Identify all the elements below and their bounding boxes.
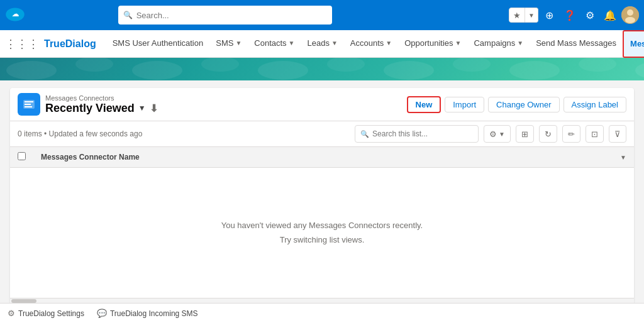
add-button[interactable]: ⊕ xyxy=(541,6,558,24)
list-columns-button[interactable]: ⊞ xyxy=(516,125,534,143)
gear-icon: ⚙ xyxy=(8,309,15,318)
list-status: 0 items • Updated a few seconds ago xyxy=(18,129,350,138)
search-input[interactable] xyxy=(136,11,327,20)
empty-state: You haven't viewed any Messages Connecto… xyxy=(10,168,634,298)
favorites-button[interactable]: ★ xyxy=(509,8,525,23)
app-navigation: ⋮⋮⋮ TrueDialog SMS User Authentication S… xyxy=(0,30,644,58)
nav-label: Accounts xyxy=(350,38,384,48)
nav-label: Contacts xyxy=(254,38,286,48)
page-banner xyxy=(0,58,644,80)
empty-state-line1: You haven't viewed any Messages Connecto… xyxy=(23,218,621,233)
search-icon: 🔍 xyxy=(123,11,133,19)
nav-label: SMS User Authentication xyxy=(113,38,204,48)
list-view-title: Recently Viewed ▼ ⬇ xyxy=(45,102,402,115)
col-label: Messages Connector Name xyxy=(41,153,140,162)
nav-item-sms-user-auth[interactable]: SMS User Authentication xyxy=(106,30,210,58)
footer-item-incoming-sms[interactable]: 💬 TrueDialog Incoming SMS xyxy=(97,309,198,318)
avatar[interactable] xyxy=(621,6,639,24)
nav-label: Send Mass Messages xyxy=(536,38,616,48)
list-view-title-area: Messages Connectors Recently Viewed ▼ ⬇ xyxy=(45,94,402,115)
nav-label: Opportunities xyxy=(404,38,453,48)
list-settings-button[interactable]: ⚙ ▼ xyxy=(484,125,511,143)
nav-item-opportunities[interactable]: Opportunities ▼ xyxy=(398,30,467,58)
nav-item-contacts[interactable]: Contacts ▼ xyxy=(248,30,301,58)
list-edit-button[interactable]: ✏ xyxy=(562,125,580,143)
change-owner-button[interactable]: Change Owner xyxy=(488,97,559,112)
favorites-dropdown[interactable]: ▼ xyxy=(525,8,538,23)
empty-state-line2: Try switching list views. xyxy=(23,233,621,247)
chevron-down-icon: ▼ xyxy=(289,40,295,47)
nav-label: Campaigns xyxy=(474,38,515,48)
chevron-down-icon: ▼ xyxy=(235,40,242,47)
salesforce-logo[interactable]: ☁ xyxy=(5,4,28,26)
footer-incoming-sms-label: TrueDialog Incoming SMS xyxy=(110,309,198,318)
chevron-down-icon: ▼ xyxy=(331,40,338,47)
nav-item-accounts[interactable]: Accounts ▼ xyxy=(344,30,398,58)
nav-item-send-mass-messages[interactable]: Send Mass Messages xyxy=(530,30,623,58)
object-icon xyxy=(18,93,40,116)
svg-rect-8 xyxy=(25,106,32,107)
message-icon: 💬 xyxy=(97,309,107,318)
list-search-icon: 🔍 xyxy=(360,130,369,138)
chevron-down-icon: ▼ xyxy=(386,40,392,47)
page-title: Recently Viewed xyxy=(45,102,135,115)
svg-text:☁: ☁ xyxy=(12,10,19,18)
notification-button[interactable]: 🔔 xyxy=(601,6,619,24)
table-col-name: Messages Connector Name ▼ xyxy=(33,147,634,168)
svg-rect-6 xyxy=(25,101,33,102)
list-filter-button[interactable]: ⊽ xyxy=(609,125,626,143)
nav-item-messages-connectors[interactable]: Messages Connectors ▼ xyxy=(623,30,644,58)
pin-icon[interactable]: ⬇ xyxy=(150,102,158,114)
import-button[interactable]: Import xyxy=(445,97,484,112)
help-button[interactable]: ❓ xyxy=(561,6,579,24)
list-table: Messages Connector Name ▼ You haven't vi… xyxy=(10,147,634,298)
chevron-down-icon: ▼ xyxy=(455,40,462,47)
content-area: Messages Connectors Recently Viewed ▼ ⬇ … xyxy=(0,80,644,303)
new-button[interactable]: New xyxy=(407,96,441,113)
nav-item-leads[interactable]: Leads ▼ xyxy=(301,30,344,58)
list-search-input[interactable] xyxy=(372,129,473,138)
top-navigation: ☁ 🔍 ★ ▼ ⊕ ❓ ⚙ 🔔 xyxy=(0,0,644,30)
table-header-row: Messages Connector Name ▼ xyxy=(10,147,634,168)
title-dropdown-icon[interactable]: ▼ xyxy=(138,104,146,112)
nav-icon-group: ★ ▼ ⊕ ❓ ⚙ 🔔 xyxy=(509,6,639,24)
table-body: You haven't viewed any Messages Connecto… xyxy=(10,168,634,298)
app-launcher-icon[interactable]: ⋮⋮⋮ xyxy=(5,37,39,51)
global-search-box[interactable]: 🔍 xyxy=(118,6,332,25)
assign-label-button[interactable]: Assign Label xyxy=(564,97,626,112)
footer-item-settings[interactable]: ⚙ TrueDialog Settings xyxy=(8,309,84,318)
horizontal-scrollbar[interactable] xyxy=(10,298,634,303)
app-name-label: TrueDialog xyxy=(44,38,96,50)
footer-settings-label: TrueDialog Settings xyxy=(18,309,84,318)
table-row-empty: You haven't viewed any Messages Connecto… xyxy=(10,168,634,298)
list-view-actions: New Import Change Owner Assign Label xyxy=(407,96,626,113)
nav-item-sms[interactable]: SMS ▼ xyxy=(209,30,248,58)
svg-point-4 xyxy=(625,17,635,23)
table-scroll-area: Messages Connector Name ▼ You haven't vi… xyxy=(10,147,634,298)
nav-item-campaigns[interactable]: Campaigns ▼ xyxy=(467,30,530,58)
footer: ⚙ TrueDialog Settings 💬 TrueDialog Incom… xyxy=(0,303,644,323)
list-refresh-button[interactable]: ↻ xyxy=(539,125,557,143)
nav-label: Messages Connectors xyxy=(630,39,644,48)
list-view-header: Messages Connectors Recently Viewed ▼ ⬇ … xyxy=(10,88,634,121)
svg-point-3 xyxy=(627,9,633,16)
list-view-card: Messages Connectors Recently Viewed ▼ ⬇ … xyxy=(10,88,634,303)
col-sort-icon[interactable]: ▼ xyxy=(620,154,626,161)
list-search-box[interactable]: 🔍 xyxy=(355,125,479,143)
setup-button[interactable]: ⚙ xyxy=(581,6,599,24)
chevron-down-icon: ▼ xyxy=(517,40,523,47)
list-controls: 0 items • Updated a few seconds ago 🔍 ⚙ … xyxy=(10,121,634,147)
nav-label: SMS xyxy=(216,38,233,48)
list-charts-button[interactable]: ⊡ xyxy=(586,125,604,143)
breadcrumb: Messages Connectors xyxy=(45,94,402,102)
nav-label: Leads xyxy=(308,38,330,48)
table-checkbox-header xyxy=(10,147,33,168)
svg-rect-7 xyxy=(25,104,31,105)
select-all-checkbox[interactable] xyxy=(18,152,26,160)
